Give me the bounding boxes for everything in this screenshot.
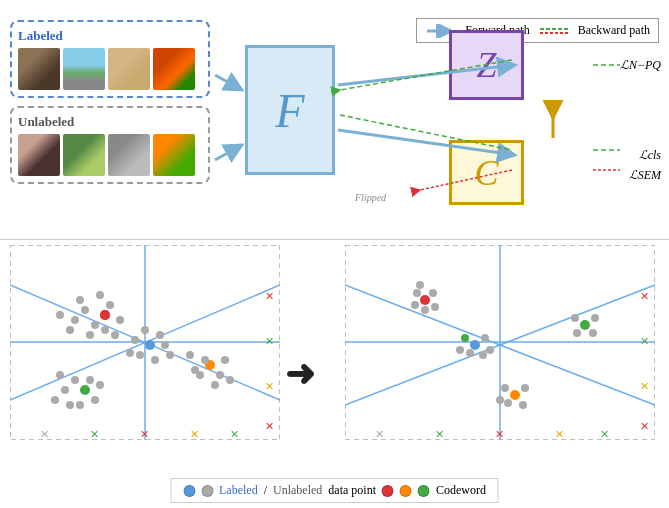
svg-point-81: [421, 306, 429, 314]
scatter-right: ✕ ✕ ✕ ✕ ✕ ✕ ✕ ✕ ✕: [345, 245, 655, 440]
svg-point-24: [101, 326, 109, 334]
svg-point-27: [56, 311, 64, 319]
svg-point-91: [501, 384, 509, 392]
svg-point-95: [496, 396, 504, 404]
svg-point-89: [486, 346, 494, 354]
unlabeled-images: [18, 134, 202, 176]
z-label: Z: [476, 44, 496, 86]
svg-point-40: [66, 401, 74, 409]
unlabeled-image-4: [153, 134, 195, 176]
svg-point-42: [56, 371, 64, 379]
labeled-image-2: [63, 48, 105, 90]
svg-point-86: [466, 349, 474, 357]
svg-point-48: [161, 341, 169, 349]
loss-npq-label: ℒN−PQ: [620, 58, 661, 73]
svg-point-41: [96, 381, 104, 389]
svg-text:✕: ✕: [640, 335, 649, 347]
svg-text:✕: ✕: [265, 420, 274, 432]
svg-point-37: [76, 401, 84, 409]
svg-text:✕: ✕: [640, 290, 649, 302]
svg-point-50: [141, 326, 149, 334]
c-label: C: [474, 152, 498, 194]
dot-labeled: [183, 485, 195, 497]
svg-text:✕: ✕: [190, 428, 199, 440]
legend-datapoint-text: data point: [328, 483, 376, 498]
svg-point-78: [429, 289, 437, 297]
transform-arrow: ➜: [285, 353, 315, 395]
bottom-legend: Labeled / Unlabeled data point Codeword: [170, 478, 499, 503]
svg-point-23: [86, 331, 94, 339]
svg-text:✕: ✕: [435, 428, 444, 440]
svg-point-44: [145, 340, 155, 350]
svg-point-100: [589, 329, 597, 337]
svg-point-33: [100, 310, 110, 320]
svg-point-92: [521, 384, 529, 392]
svg-text:✕: ✕: [555, 428, 564, 440]
svg-text:✕: ✕: [140, 428, 149, 440]
flipped-label: Flipped: [355, 192, 386, 203]
scatter-left: ✕ ✕ ✕ ✕ ✕ ✕ ✕ ✕ ✕: [10, 245, 280, 440]
top-section: Forward path Backward path Labeled Unlab…: [0, 0, 669, 240]
svg-point-55: [216, 371, 224, 379]
svg-text:✕: ✕: [40, 428, 49, 440]
f-label: F: [275, 83, 304, 138]
svg-point-30: [111, 331, 119, 339]
svg-point-98: [591, 314, 599, 322]
svg-point-60: [226, 376, 234, 384]
svg-point-85: [481, 334, 489, 342]
svg-line-4: [215, 145, 242, 160]
svg-point-88: [456, 346, 464, 354]
dot-unlabeled: [201, 485, 213, 497]
svg-point-43: [51, 396, 59, 404]
dot-codeword-red: [382, 485, 394, 497]
svg-point-25: [76, 296, 84, 304]
labeled-images: [18, 48, 202, 90]
z-box: Z: [449, 30, 524, 100]
svg-point-99: [573, 329, 581, 337]
backward-path-arrow-icon: [538, 24, 570, 38]
svg-point-76: [420, 295, 430, 305]
svg-text:✕: ✕: [640, 420, 649, 432]
svg-point-84: [461, 334, 469, 342]
svg-point-36: [61, 386, 69, 394]
unlabeled-image-1: [18, 134, 60, 176]
backward-path-label: Backward path: [578, 23, 650, 38]
labeled-box: Labeled: [10, 20, 210, 98]
svg-point-45: [131, 336, 139, 344]
data-boxes: Labeled Unlabeled: [10, 20, 210, 184]
c-box: C: [449, 140, 524, 205]
svg-text:✕: ✕: [90, 428, 99, 440]
labeled-image-1: [18, 48, 60, 90]
labeled-image-3: [108, 48, 150, 90]
legend-unlabeled-text: Unlabeled: [273, 483, 322, 498]
svg-point-52: [166, 351, 174, 359]
loss-sem-label: ℒSEM: [629, 168, 661, 183]
unlabeled-image-3: [108, 134, 150, 176]
labeled-title: Labeled: [18, 28, 202, 44]
svg-point-59: [211, 381, 219, 389]
svg-point-46: [136, 351, 144, 359]
svg-point-61: [186, 351, 194, 359]
svg-point-51: [126, 349, 134, 357]
svg-text:✕: ✕: [640, 380, 649, 392]
svg-point-21: [81, 306, 89, 314]
svg-point-90: [510, 390, 520, 400]
svg-text:✕: ✕: [230, 428, 239, 440]
dot-codeword-orange: [400, 485, 412, 497]
svg-point-80: [431, 303, 439, 311]
svg-point-31: [96, 291, 104, 299]
svg-text:✕: ✕: [265, 290, 274, 302]
legend-slash: /: [264, 483, 267, 498]
svg-point-22: [71, 316, 79, 324]
svg-point-83: [470, 340, 480, 350]
svg-point-56: [221, 356, 229, 364]
loss-cls-label: ℒcls: [639, 148, 661, 163]
svg-point-20: [91, 321, 99, 329]
svg-text:✕: ✕: [600, 428, 609, 440]
svg-point-79: [411, 301, 419, 309]
unlabeled-box: Unlabeled: [10, 106, 210, 184]
dot-codeword-green: [418, 485, 430, 497]
unlabeled-image-2: [63, 134, 105, 176]
svg-point-47: [151, 356, 159, 364]
svg-point-57: [201, 356, 209, 364]
